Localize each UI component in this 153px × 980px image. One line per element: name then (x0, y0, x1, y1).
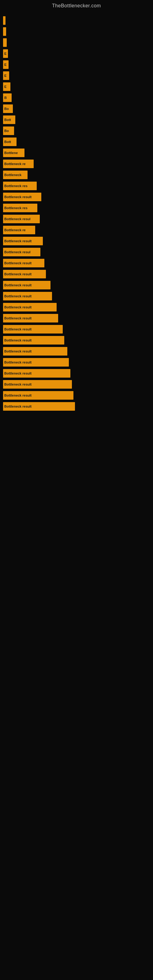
bar-item: Bottleneck result (3, 281, 51, 290)
bar-row: Bo (3, 105, 150, 113)
bar-item: Bottleneck result (3, 259, 45, 267)
bar-item: Bottleneck result (3, 292, 52, 301)
bar-label: Bottleneck result (4, 239, 32, 243)
bar-row: Bottleneck resul (3, 215, 150, 223)
bar-row: Bottleneck result (3, 192, 150, 201)
bar-item: Bo (3, 126, 14, 135)
bar-item (3, 16, 5, 25)
bar-item: E (3, 72, 9, 80)
bar-label: E (4, 74, 6, 78)
bar-item: Bottleneck result (3, 347, 67, 356)
bar-label: Bottleneck result (4, 404, 32, 408)
bar-label: Bottleneck result (4, 195, 32, 199)
bar-label: Bottleneck re (4, 162, 26, 166)
bar-item: Bottleneck result (3, 358, 69, 367)
bar-item: Bottleneck resul (3, 248, 40, 256)
bar-item: Bottleneck result (3, 369, 70, 378)
bar-row: Bottleneck result (3, 336, 150, 345)
bar-label: Bottleneck result (4, 317, 32, 320)
bar-label: Bottleneck result (4, 305, 32, 309)
bar-row: Bottleneck result (3, 402, 150, 411)
bar-row: Bottleneck result (3, 270, 150, 278)
bar-label: Bottleneck result (4, 294, 32, 298)
bar-item: Bottleneck resul (3, 215, 40, 223)
bar-item: Bottleneck result (3, 380, 72, 389)
bar-row: Bottleneck re (3, 226, 150, 234)
bar-label: Bottleneck result (4, 283, 32, 287)
bar-item: Bottleneck result (3, 402, 75, 411)
bar-item: Bottleneck result (3, 237, 43, 245)
bar-item: Bottleneck re (3, 159, 33, 168)
bar-item: Bottleneck result (3, 336, 64, 345)
bar-item: Bottleneck result (3, 391, 73, 400)
bar-row: Bottlene (3, 148, 150, 157)
bar-row: Bottleneck resul (3, 248, 150, 256)
bar-label: Bottleneck result (4, 350, 32, 353)
bar-row: Bottleneck result (3, 358, 150, 367)
bar-item: B (3, 94, 12, 102)
bar-row: Bottleneck result (3, 292, 150, 301)
bar-row: Bottleneck result (3, 314, 150, 323)
bar-row: E (3, 83, 150, 91)
bar-item: Bottleneck result (3, 270, 46, 278)
bar-label: B (4, 96, 7, 100)
bar-label: Bottleneck result (4, 382, 32, 386)
bar-row: B (3, 94, 150, 102)
bar-label: Bottleneck res (4, 184, 27, 188)
bar-label: E (4, 63, 6, 67)
bar-item: E (3, 49, 8, 58)
bar-row: Bottleneck result (3, 380, 150, 389)
bar-item: Bottlene (3, 148, 24, 157)
bar-row: E (3, 49, 150, 58)
bar-item: Bottleneck res (3, 181, 37, 190)
bar-row: Bottleneck result (3, 325, 150, 334)
bar-label: Bottlene (4, 151, 18, 155)
bar-item: E (3, 83, 10, 91)
bar-item: Bo (3, 105, 13, 113)
bar-item: Bottleneck re (3, 226, 35, 234)
bar-label: Bottleneck result (4, 393, 32, 397)
bar-row (3, 16, 150, 25)
bar-row: Bottleneck result (3, 237, 150, 245)
bar-label: Bott (4, 118, 11, 122)
bar-label: Bottleneck result (4, 371, 32, 375)
bar-item: Bottleneck result (3, 325, 63, 334)
bar-item: Bottleneck result (3, 303, 57, 312)
bar-row: Bottleneck result (3, 303, 150, 312)
bar-row: Bottleneck (3, 170, 150, 179)
bar-row: Bott (3, 137, 150, 146)
bar-label: Bottleneck result (4, 339, 32, 342)
bar-label: Bottleneck re (4, 228, 26, 232)
bar-label: Bottleneck resul (4, 217, 30, 221)
bar-label: Bottleneck (4, 173, 21, 177)
bar-row: Bottleneck result (3, 369, 150, 378)
bar-label: E (4, 85, 6, 89)
bar-label: Bottleneck result (4, 272, 32, 276)
bar-row: Bottleneck re (3, 159, 150, 168)
bar-row: Bottleneck result (3, 281, 150, 290)
site-title: TheBottlenecker.com (0, 0, 153, 10)
bar-row: Bottleneck result (3, 347, 150, 356)
bar-label: E (4, 52, 6, 56)
bar-item: E (3, 60, 9, 69)
bar-label: Bottleneck resul (4, 250, 30, 254)
bar-row: E (3, 60, 150, 69)
bar-label: Bo (4, 107, 9, 111)
bar-row: Bo (3, 126, 150, 135)
bar-row (3, 38, 150, 47)
bar-row: Bottleneck result (3, 391, 150, 400)
bar-label: Bott (4, 140, 11, 144)
bar-label: Bottleneck result (4, 261, 32, 265)
bar-label: Bottleneck result (4, 328, 32, 331)
bar-label: Bo (4, 129, 9, 133)
bar-item: Bottleneck res (3, 204, 37, 212)
bar-item (3, 38, 7, 47)
bar-item: Bott (3, 137, 16, 146)
bar-item (3, 27, 6, 36)
bar-item: Bottleneck (3, 170, 27, 179)
bar-row: Bottleneck res (3, 181, 150, 190)
bar-item: Bottleneck result (3, 314, 58, 323)
bar-row: Bott (3, 115, 150, 124)
bar-item: Bott (3, 115, 15, 124)
bar-row (3, 27, 150, 36)
